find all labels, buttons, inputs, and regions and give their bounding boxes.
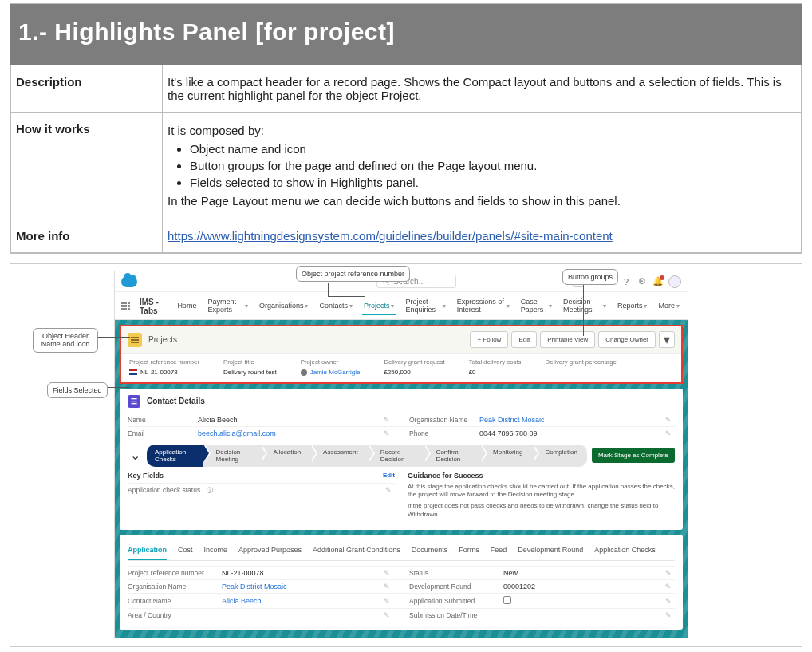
table-row: Area / Country✎ Submission Date/Time✎ (128, 608, 675, 622)
help-icon[interactable]: ? (621, 276, 632, 287)
printable-view-button[interactable]: Printable View (540, 331, 595, 348)
nav-more[interactable]: More▾ (656, 298, 681, 315)
nav-contacts[interactable]: Contacts▾ (317, 298, 354, 315)
more-info-link[interactable]: https://www.lightningdesignsystem.com/gu… (168, 229, 613, 243)
mark-complete-button[interactable]: Mark Stage as Complete (592, 448, 675, 463)
table-row: Emailbeech.alicia@gmail.com✎ Phone0044 7… (128, 426, 675, 440)
edit-pencil-icon[interactable]: ✎ (665, 597, 672, 605)
change-owner-button[interactable]: Change Owner (598, 331, 656, 348)
nav-reports[interactable]: Reports▾ (616, 298, 649, 315)
field-value: NL-21-00078 (129, 369, 178, 376)
nav-project-enquiries[interactable]: Project Enquiries▾ (404, 294, 447, 319)
email-link[interactable]: beech.alicia@gmail.com (198, 429, 393, 437)
edit-pencil-icon[interactable]: ✎ (384, 597, 390, 605)
org-link[interactable]: Peak District Mosaic (222, 583, 393, 591)
tab-additional-grant[interactable]: Additional Grant Conditions (313, 541, 400, 560)
how-item: Button groups for the page and defined o… (190, 157, 796, 174)
callout-line (328, 296, 365, 297)
tab-app-checks[interactable]: Application Checks (594, 541, 656, 560)
contact-link[interactable]: Alicia Beech (222, 597, 393, 605)
tab-dev-round[interactable]: Development Round (518, 541, 583, 560)
edit-pencil-icon[interactable]: ✎ (384, 416, 390, 424)
tab-application[interactable]: Application (128, 541, 167, 560)
nav-payment-exports[interactable]: Payment Exports▾ (206, 294, 250, 319)
path-toggle-icon[interactable]: ⌄ (128, 448, 142, 463)
doc-header: 1.- Highlights Panel [for project] (10, 4, 802, 65)
field-value: NL-21-00078 (222, 569, 393, 577)
stage[interactable]: Monitoring (480, 445, 532, 467)
edit-pencil-icon[interactable]: ✎ (384, 569, 390, 577)
field-label: Delivery grant percentage (546, 358, 617, 366)
edit-pencil-icon[interactable]: ✎ (665, 611, 672, 619)
stage[interactable]: Assessment (310, 445, 368, 467)
flag-icon (129, 369, 137, 375)
path-component: ⌄ Application Checks Decision Meeting Al… (128, 445, 675, 467)
guidance-title: Guidance for Success (408, 472, 675, 480)
field-label: Delivery grant request (384, 358, 444, 366)
contact-title: Contact Details (147, 397, 205, 405)
tab-cost[interactable]: Cost (178, 541, 193, 560)
stage[interactable]: Allocation (260, 445, 310, 467)
field-label: Total delivery costs (469, 358, 522, 366)
org-link[interactable]: Peak District Mosaic (479, 416, 675, 424)
info-icon[interactable]: ⓘ (207, 486, 213, 495)
page-background: Projects + Follow Edit Printable View Ch… (115, 320, 688, 638)
stage[interactable]: Record Decision (368, 445, 424, 467)
callout-line (365, 296, 365, 306)
field-label: Organisation Name (409, 416, 473, 424)
nav-case-papers[interactable]: Case Papers▾ (519, 294, 554, 319)
nav-decision-meetings[interactable]: Decision Meetings▾ (562, 294, 608, 319)
field-label: Project title (223, 358, 277, 366)
how-it-works-label: How it works (11, 113, 163, 219)
field-value: Delivery round test (223, 369, 277, 376)
tab-income[interactable]: Income (204, 541, 228, 560)
key-fields: Key FieldsEdit Application check statusⓘ… (128, 472, 395, 523)
nav-eoi[interactable]: Expressions of Interest▾ (455, 294, 511, 319)
stage[interactable]: Completion (532, 445, 586, 467)
edit-button[interactable]: Edit (511, 331, 537, 348)
owner-link[interactable]: Jamie McGarrigle (301, 369, 361, 376)
tab-approved-purposes[interactable]: Approved Purposes (238, 541, 302, 560)
stage[interactable]: Confirm Decision (424, 445, 481, 467)
edit-pencil-icon[interactable]: ✎ (384, 429, 390, 437)
edit-pencil-icon[interactable]: ✎ (384, 611, 390, 619)
edit-pencil-icon[interactable]: ✎ (385, 486, 392, 494)
field-value: 0044 7896 788 09 (479, 429, 675, 437)
setup-gear-icon[interactable]: ⚙ (637, 276, 648, 287)
edit-pencil-icon[interactable]: ✎ (384, 583, 390, 591)
key-fields-edit-link[interactable]: Edit (383, 472, 395, 480)
tab-feed[interactable]: Feed (491, 541, 507, 560)
tab-forms[interactable]: Forms (459, 541, 479, 560)
hp-field: Project owner Jamie McGarrigle (301, 358, 361, 377)
app-launcher-icon[interactable] (121, 302, 130, 311)
hp-field: Project reference number NL-21-00078 (129, 358, 199, 377)
edit-pencil-icon[interactable]: ✎ (665, 416, 672, 424)
nav-organisations[interactable]: Organisations▾ (258, 298, 310, 315)
stage[interactable]: Application Checks (147, 445, 203, 467)
actions-overflow-button[interactable]: ▾ (659, 331, 675, 348)
field-label: Application check status (128, 486, 200, 494)
salesforce-shell: Search... ★ ＋ ☁ ? ⚙ 🔔 IMS - Tabs (114, 271, 688, 638)
user-avatar-icon[interactable] (668, 275, 681, 288)
follow-button[interactable]: + Follow (470, 331, 508, 348)
more-info-label: More info (11, 219, 163, 253)
field-label: Project owner (301, 358, 361, 366)
how-outro: In the Page Layout menu we can decide wi… (168, 194, 796, 207)
edit-pencil-icon[interactable]: ✎ (665, 429, 672, 437)
app-name: IMS - Tabs (138, 294, 168, 319)
screenshot-panel: Object project reference number Button g… (10, 263, 802, 647)
nav-projects[interactable]: Projects▾ (362, 298, 396, 315)
contact-icon: ☰ (128, 395, 140, 408)
field-value: £0 (469, 369, 476, 376)
edit-pencil-icon[interactable]: ✎ (665, 583, 672, 591)
chevron-down-icon: ▾ (443, 302, 446, 310)
how-item: Object name and icon (190, 140, 796, 157)
stage[interactable]: Decision Meeting (203, 445, 261, 467)
edit-pencil-icon[interactable]: ✎ (665, 569, 672, 577)
tab-documents[interactable]: Documents (412, 541, 448, 560)
checkbox-icon[interactable] (503, 596, 511, 604)
field-value: Alicia Beech (198, 416, 393, 424)
notifications-bell-icon[interactable]: 🔔 (652, 276, 664, 287)
doc-title: 1.- Highlights Panel [for project] (18, 18, 794, 45)
nav-home[interactable]: Home (175, 298, 198, 315)
